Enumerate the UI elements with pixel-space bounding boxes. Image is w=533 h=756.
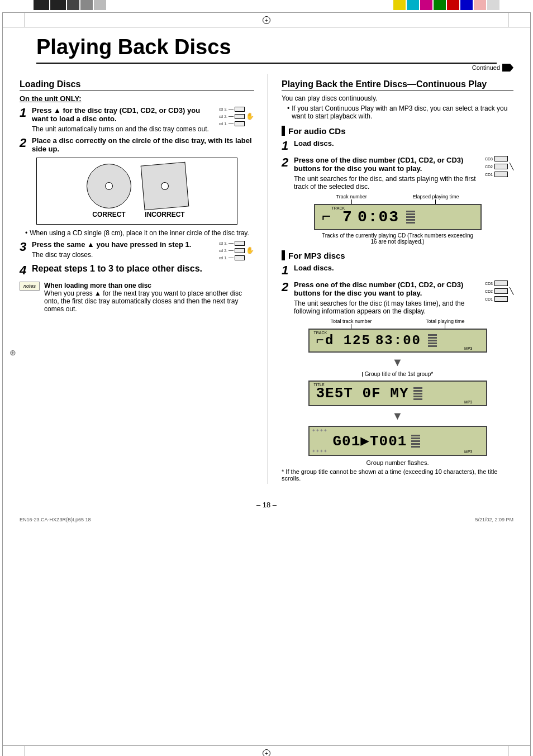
header-color-bars — [0, 0, 533, 10]
audio-label-arrows: Track number Elapsed playing time — [314, 194, 482, 204]
mp3-step2-note: The unit searches for the disc (it may t… — [294, 299, 483, 315]
audio-step1-content: Load discs. — [294, 139, 513, 148]
for-audio-heading: For audio CDs — [282, 126, 513, 136]
arrow-down-2: ▼ — [282, 410, 513, 422]
top-left-corner — [3, 13, 25, 27]
audio-step2-note: The unit searches for the disc, and star… — [294, 175, 483, 191]
step3-content: Press the same ▲ you have pressed in ste… — [32, 240, 254, 260]
mp3-step2: 2 Press one of the disc number (CD1, CD2… — [282, 280, 513, 315]
footer-left: EN16-23.CA-HXZ3R(B)I.p65 18 — [20, 517, 91, 522]
main-content: Loading Discs On the unit ONLY: 1 Press … — [3, 74, 530, 484]
step1-diagram: cd 3. — cd 2. — ✋ cd 1. — [219, 106, 254, 126]
track-small-label: TRACK — [332, 206, 345, 210]
step3-diagram: cd 3. — cd 2. — ✋ cd 1. — [219, 240, 254, 260]
track-label-text: Track number — [336, 194, 367, 199]
step2-row: 2 Place a disc correctly on the circle o… — [20, 136, 254, 153]
audio-step2-content: Press one of the disc number (CD1, CD2, … — [294, 156, 513, 191]
audio-display-wrapper: Track number Elapsed playing time TRACK … — [282, 194, 513, 245]
page-number: – 18 – — [3, 501, 530, 509]
elapsed-time-label: Elapsed playing time — [412, 194, 459, 204]
step1-with-diagram: Press ▲ for the disc tray (CD1, CD2, or … — [32, 106, 254, 133]
correct-label: CORRECT — [92, 211, 125, 218]
notes-body: When you press ▲ for the next tray you w… — [44, 289, 254, 313]
elapsed-label-text: Elapsed playing time — [412, 194, 459, 199]
mp3-display3-text: G01▶T001 — [333, 432, 407, 450]
mp3-display3-wrapper: ✦✦✦✦ ✦✦✦✦ G01▶T001 MP3 — [282, 426, 513, 456]
bottom-crosshair-icon — [263, 749, 270, 756]
step3-with-diagram: Press the same ▲ you have pressed in ste… — [32, 240, 254, 260]
mp3-segment-display3: ✦✦✦✦ ✦✦✦✦ G01▶T001 MP3 — [308, 426, 487, 456]
for-mp3-heading: For MP3 discs — [282, 250, 513, 260]
step1-number: 1 — [20, 106, 28, 120]
mp3-display1-wrapper: Total track number Total playing time TR… — [282, 318, 513, 353]
mp3-display2-text: 3E5T 0F MY — [316, 385, 409, 402]
step3-row: 3 Press the same ▲ you have pressed in s… — [20, 240, 254, 260]
bottom-center — [25, 746, 508, 756]
audio-display-with-labels: Track number Elapsed playing time TRACK … — [314, 194, 482, 230]
step4-number: 4 — [20, 264, 28, 277]
audio-display-track: ⌐ 7 — [322, 208, 353, 226]
continued-label: Continued — [3, 64, 513, 72]
step4-content: Repeat steps 1 to 3 to place other discs… — [32, 264, 254, 274]
mp3-step2-text: Press one of the disc number (CD1, CD2, … — [294, 280, 463, 297]
right-intro: You can play discs continuously. — [282, 94, 513, 102]
center-mark — [25, 16, 508, 24]
page-border: Playing Back Discs Continued Loading Dis… — [2, 12, 531, 756]
step4-row: 4 Repeat steps 1 to 3 to place other dis… — [20, 264, 254, 277]
left-column: Loading Discs On the unit ONLY: 1 Press … — [20, 74, 254, 484]
step2-bullet: When using a CD single (8 cm), place it … — [20, 229, 254, 237]
mp3-display1-labels: Total track number Total playing time TR… — [308, 318, 487, 353]
title-label-mp3: TITLE — [314, 383, 325, 387]
left-margin-mark: ⊕ — [9, 348, 16, 357]
audio-display-time: 0:03 — [358, 208, 399, 226]
notes-icon: notes — [20, 282, 40, 291]
step2-text: Place a disc correctly on the circle of … — [32, 136, 252, 153]
mp3-display1-time: 83:00 — [375, 333, 421, 348]
audio-step2-text: Press one of the disc number (CD1, CD2, … — [294, 156, 463, 173]
cd-buttons-diagram: CD3 CD2 ╲ CD1 — [485, 156, 513, 177]
footer-right: 5/21/02, 2:09 PM — [475, 517, 513, 522]
right-section-heading: Playing Back the Entire Discs—Continuous… — [282, 79, 513, 91]
disc-tray-diagram: CORRECT INCORRECT — [36, 158, 237, 225]
notes-box: notes When loading more than one disc Wh… — [20, 282, 254, 313]
top-border-bar — [3, 13, 530, 27]
audio-step1: 1 Load discs. — [282, 139, 513, 153]
mp3-display2-bars — [413, 387, 422, 400]
step1-row: 1 Press ▲ for the disc tray (CD1, CD2, o… — [20, 106, 254, 133]
audio-segment-display: TRACK ⌐ 7 0:03 — [314, 204, 482, 230]
stars-deco: ✦✦✦✦ — [312, 428, 327, 433]
mp3-step2-with-diagram: Press one of the disc number (CD1, CD2, … — [294, 280, 513, 315]
mp3-step2-content: Press one of the disc number (CD1, CD2, … — [294, 280, 513, 315]
right-column: Playing Back the Entire Discs—Continuous… — [282, 74, 513, 484]
mp3-step1-content: Load discs. — [294, 264, 513, 272]
mp3-badge3: MP3 — [464, 450, 472, 454]
on-unit-subheading: On the unit ONLY: — [20, 94, 254, 103]
group-flashes-text: Group number flashes. — [282, 459, 513, 466]
mp3-display1-bars — [428, 334, 437, 347]
mp3-step1: 1 Load discs. — [282, 264, 513, 277]
mp3-step1-number: 1 — [282, 264, 291, 277]
step3-text: Press the same ▲ you have pressed in ste… — [32, 240, 191, 249]
step2-content: Place a disc correctly on the circle of … — [32, 136, 254, 153]
audio-display-bars — [406, 211, 415, 224]
for-mp3-bar — [282, 250, 285, 260]
audio-step1-text: Load discs. — [294, 139, 334, 148]
total-track-text: Total track number — [331, 318, 372, 324]
group-title-label: Group title of the 1st group* — [365, 371, 433, 377]
audio-step2: 2 Press one of the disc number (CD1, CD2… — [282, 156, 513, 191]
audio-step2-with-diagram: Press one of the disc number (CD1, CD2, … — [294, 156, 513, 191]
mp3-display3-bars — [411, 435, 420, 448]
mp3-display2-wrapper: TITLE 3E5T 0F MY MP3 — [282, 381, 513, 406]
mp3-badge2: MP3 — [464, 400, 472, 404]
mp3-step1-text: Load discs. — [294, 264, 334, 272]
top-right-corner — [508, 13, 530, 27]
mp3-badge1: MP3 — [464, 346, 472, 350]
crosshair-icon — [263, 16, 270, 24]
page-title: Playing Back Discs — [36, 35, 497, 64]
loading-discs-heading: Loading Discs — [20, 79, 254, 91]
arrow-down-1: ▼ — [282, 356, 513, 369]
asterisk-note: * If the group title cannot be shown at … — [282, 468, 513, 482]
audio-step1-number: 1 — [282, 139, 291, 153]
column-divider — [268, 74, 268, 484]
for-audio-bar — [282, 126, 285, 136]
